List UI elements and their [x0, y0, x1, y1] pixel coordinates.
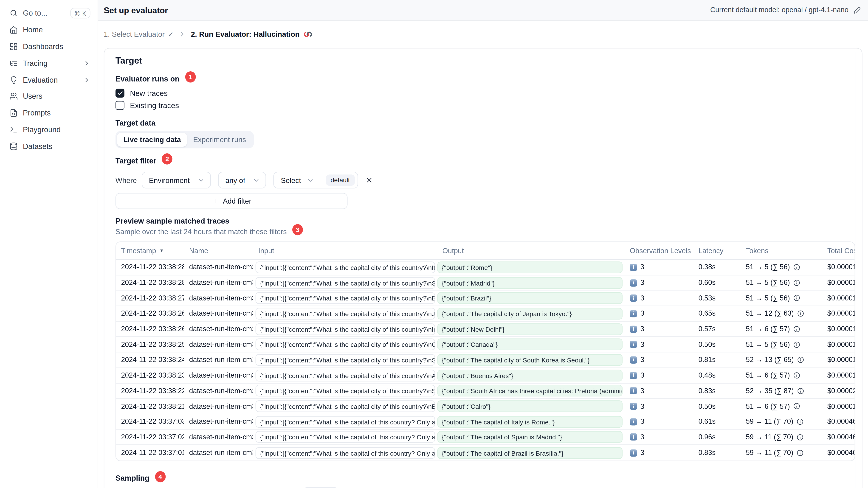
cell-latency: 0.83s: [693, 445, 741, 460]
cell-output-wrap: {"output":"Buenos Aires"}: [437, 368, 625, 383]
cell-total-cost: $0.000016: [822, 353, 855, 367]
filter-column-select[interactable]: Environment: [142, 172, 211, 189]
info-icon: [797, 418, 804, 425]
sidebar-item-home[interactable]: Home: [0, 22, 98, 38]
cell-output[interactable]: {"output":"Buenos Aires"}: [437, 369, 623, 381]
cell-output[interactable]: {"output":"Canada"}: [437, 338, 623, 350]
column-header-input[interactable]: Input: [253, 247, 437, 255]
cell-output[interactable]: {"output":"The capital of Brazil is Bras…: [437, 447, 623, 459]
info-square-icon: i: [630, 264, 637, 271]
tab-live-tracing-data[interactable]: Live tracing data: [117, 133, 187, 147]
cell-tokens: 52 → 13 (∑ 65): [741, 353, 822, 367]
sidebar-item-prompts[interactable]: Prompts: [0, 105, 98, 121]
cell-output[interactable]: {"output":"The capital city of South Kor…: [437, 354, 623, 366]
cell-output[interactable]: {"output":"The capital city of Japan is …: [437, 308, 623, 320]
cell-total-cost: $0.000011 (: [822, 322, 855, 336]
cell-output[interactable]: {"output":"New Delhi"}: [437, 323, 623, 335]
cell-name: dataset-run-item-cm3s4: [184, 337, 253, 352]
column-header-timestamp[interactable]: Timestamp▼: [116, 247, 184, 255]
cell-name: dataset-run-item-cm3s4: [184, 322, 253, 336]
cell-input[interactable]: {"input":[{"content":"What is the capita…: [255, 277, 435, 289]
checkbox-existing-traces[interactable]: Existing traces: [116, 101, 855, 110]
check-icon: ✓: [168, 30, 174, 38]
sidebar-item-tracing[interactable]: Tracing: [0, 55, 98, 71]
cell-input[interactable]: {"input":[{"content":"What is the capita…: [255, 431, 435, 443]
info-square-icon: i: [630, 418, 637, 425]
sidebar-item-label: Users: [23, 92, 42, 101]
table-row: 2024-11-22 03:37:03dataset-run-item-cm3s…: [116, 414, 855, 430]
cell-input[interactable]: {"input":[{"content":"What is the capita…: [255, 261, 435, 273]
info-square-icon: i: [630, 433, 637, 441]
cell-input[interactable]: {"input":[{"content":"What is the capita…: [255, 354, 435, 366]
cell-input[interactable]: {"input":[{"content":"What is the capita…: [255, 292, 435, 304]
target-filter-row: Target filter 2: [116, 155, 855, 166]
cell-input-wrap: {"input":[{"content":"What is the capita…: [253, 383, 437, 398]
cell-input[interactable]: {"input":[{"content":"What is the capita…: [255, 308, 435, 320]
cell-output[interactable]: {"output":"Rome"}: [437, 261, 623, 273]
remove-filter-button[interactable]: [365, 176, 373, 184]
sidebar-item-evaluation[interactable]: Evaluation: [0, 71, 98, 88]
cell-output[interactable]: {"output":"The capital of Spain is Madri…: [437, 431, 623, 443]
preview-subtext: Sample over the last 24 hours that match…: [116, 227, 287, 235]
column-header-total-cost[interactable]: Total Cost: [822, 247, 855, 255]
cell-tokens: 51 → 6 (∑ 57): [741, 399, 822, 414]
add-filter-label: Add filter: [223, 197, 251, 205]
table-row: 2024-11-22 03:38:25dataset-run-item-cm3s…: [116, 337, 855, 352]
add-filter-button[interactable]: Add filter: [116, 193, 348, 209]
table-row: 2024-11-22 03:37:01dataset-run-item-cm3s…: [116, 445, 855, 460]
sidebar-goto-search[interactable]: Go to... ⌘ K: [0, 5, 98, 22]
cell-input[interactable]: {"input":[{"content":"What is the capita…: [255, 416, 435, 428]
checkbox-label: New traces: [130, 89, 167, 97]
cell-name: dataset-run-item-cm3s4: [184, 414, 253, 429]
cell-output-wrap: {"output":"The capital city of Japan is …: [437, 306, 625, 321]
info-square-icon: i: [630, 372, 637, 379]
cell-input[interactable]: {"input":[{"content":"What is the capita…: [255, 338, 435, 350]
cell-tokens: 59 → 11 (∑ 70): [741, 414, 822, 429]
tab-experiment-runs[interactable]: Experiment runs: [187, 133, 252, 147]
sidebar-item-users[interactable]: Users: [0, 88, 98, 105]
filter-value-select[interactable]: Select default: [274, 172, 358, 189]
cell-timestamp: 2024-11-22 03:38:25: [116, 337, 184, 352]
sidebar-item-playground[interactable]: Playground: [0, 122, 98, 138]
pencil-edit-icon[interactable]: [854, 6, 861, 14]
cell-timestamp: 2024-11-22 03:38:23: [116, 368, 184, 383]
sidebar: Go to... ⌘ K HomeDashboardsTracingEvalua…: [0, 0, 98, 488]
column-header-latency[interactable]: Latency: [693, 247, 741, 255]
cell-input-wrap: {"input":[{"content":"What is the capita…: [253, 414, 437, 429]
checkbox-new-traces[interactable]: New traces: [116, 89, 855, 98]
sampling-label: Sampling: [116, 474, 150, 483]
cell-input[interactable]: {"input":[{"content":"What is the capita…: [255, 323, 435, 335]
app-window: Go to... ⌘ K HomeDashboardsTracingEvalua…: [0, 0, 868, 488]
cell-output[interactable]: {"output":"South Africa has three capita…: [437, 385, 623, 397]
chevron-down-icon: [197, 176, 205, 184]
sidebar-item-datasets[interactable]: Datasets: [0, 138, 98, 155]
column-header-observation-levels[interactable]: Observation Levels: [625, 247, 693, 255]
cell-latency: 0.60s: [693, 275, 741, 290]
cell-output[interactable]: {"output":"Madrid"}: [437, 277, 623, 289]
chevron-right-icon: [83, 76, 91, 84]
default-model: Current default model: openai / gpt-4.1-…: [710, 6, 868, 14]
cell-input[interactable]: {"input":[{"content":"What is the capita…: [255, 369, 435, 381]
cell-output[interactable]: {"output":"Brazil"}: [437, 292, 623, 304]
sidebar-item-label: Tracing: [23, 59, 48, 67]
cell-output[interactable]: {"output":"Cairo"}: [437, 400, 623, 412]
target-data-tabs: Live tracing dataExperiment runs: [116, 131, 254, 148]
cell-output[interactable]: {"output":"The capital of Italy is Rome.…: [437, 416, 623, 428]
column-header-name[interactable]: Name: [184, 247, 253, 255]
sidebar-item-dashboards[interactable]: Dashboards: [0, 38, 98, 55]
cell-input[interactable]: {"input":[{"content":"What is the capita…: [255, 400, 435, 412]
breadcrumb-step-1[interactable]: 1. Select Evaluator ✓: [104, 30, 174, 38]
filter-column-value: Environment: [149, 176, 190, 184]
column-header-tokens[interactable]: Tokens: [741, 247, 822, 255]
cell-output-wrap: {"output":"The capital of Italy is Rome.…: [437, 414, 625, 429]
column-header-output[interactable]: Output: [437, 247, 625, 255]
cell-input[interactable]: {"input":[{"content":"What is the capita…: [255, 447, 435, 459]
runs-on-options: New tracesExisting traces: [116, 89, 855, 110]
cell-observation-levels: i3: [625, 291, 693, 306]
cell-total-cost: $0.000011 (: [822, 337, 855, 352]
checkbox-unchecked-icon: [116, 101, 124, 110]
cell-timestamp: 2024-11-22 03:37:01: [116, 445, 184, 460]
cell-input[interactable]: {"input":[{"content":"What is the capita…: [255, 385, 435, 397]
cell-tokens: 59 → 11 (∑ 70): [741, 445, 822, 460]
filter-operator-select[interactable]: any of: [218, 172, 267, 189]
